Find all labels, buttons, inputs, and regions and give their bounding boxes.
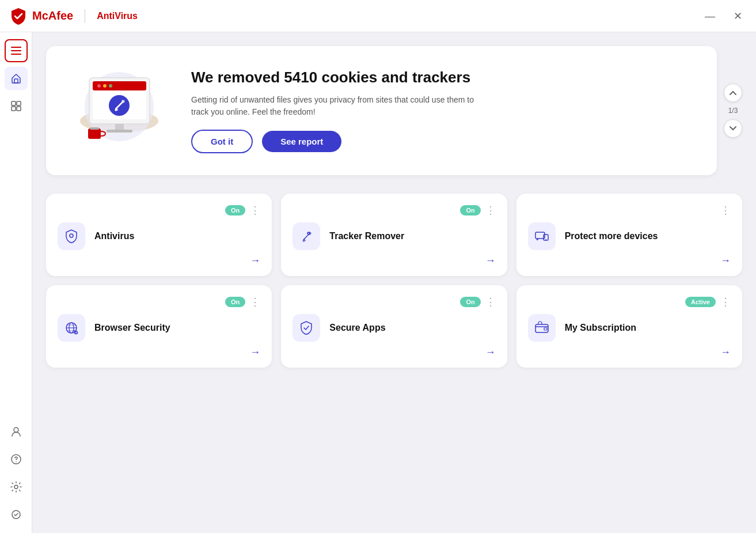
- tracker-remover-arrow[interactable]: →: [292, 250, 495, 267]
- content-area: We removed 5410 cookies and trackers Get…: [32, 32, 756, 533]
- protect-devices-menu-dots[interactable]: ⋮: [720, 205, 731, 216]
- antivirus-icon-wrap: [58, 222, 85, 250]
- my-subscription-card[interactable]: Active ⋮ My Subscription →: [516, 285, 742, 368]
- logo-divider: [85, 9, 85, 23]
- my-subscription-card-body: My Subscription: [528, 314, 731, 342]
- svg-rect-0: [11, 47, 21, 48]
- secure-apps-icon-wrap: [292, 314, 320, 342]
- chevron-down-icon: [730, 126, 736, 131]
- feature-cards-grid: On ⋮ Antivirus → On: [46, 194, 742, 368]
- protect-devices-arrow[interactable]: →: [528, 250, 731, 267]
- banner-navigation: 1/3: [724, 84, 742, 138]
- broom-icon: [298, 228, 314, 244]
- shield-icon: [63, 228, 79, 244]
- browser-security-card[interactable]: On ⋮ Browser Security: [46, 285, 272, 368]
- banner-actions: Got it See report: [191, 130, 694, 153]
- secure-apps-card[interactable]: On ⋮ Secure Apps →: [281, 285, 507, 368]
- menu-icon: [11, 47, 21, 55]
- sidebar-bottom: [5, 420, 28, 526]
- svg-rect-25: [90, 127, 99, 130]
- tracker-remover-label: Tracker Remover: [329, 231, 404, 241]
- devices-icon: [534, 228, 550, 244]
- minimize-button[interactable]: —: [700, 9, 720, 24]
- apps-button[interactable]: [5, 94, 28, 118]
- antivirus-arrow[interactable]: →: [58, 250, 260, 267]
- secure-apps-arrow[interactable]: →: [292, 342, 495, 358]
- user-icon: [10, 426, 22, 437]
- svg-point-18: [97, 84, 101, 88]
- title-bar-right: — ✕: [700, 9, 747, 24]
- browser-security-status-badge: On: [225, 297, 245, 307]
- user-button[interactable]: [5, 420, 28, 443]
- svg-point-19: [103, 84, 107, 88]
- tracker-remover-card-body: Tracker Remover: [292, 222, 495, 250]
- secure-apps-card-body: Secure Apps: [292, 314, 495, 342]
- got-it-button[interactable]: Got it: [191, 130, 253, 153]
- shield-check-icon: [298, 320, 314, 336]
- antivirus-card-body: Antivirus: [58, 222, 260, 250]
- see-report-button[interactable]: See report: [262, 131, 341, 152]
- help-button[interactable]: [5, 448, 28, 471]
- scan-button[interactable]: [5, 503, 28, 526]
- antivirus-card[interactable]: On ⋮ Antivirus →: [46, 194, 272, 276]
- help-icon: [10, 453, 22, 465]
- my-subscription-status-badge: Active: [685, 297, 716, 307]
- product-name: AntiVirus: [97, 11, 138, 21]
- nav-up-button[interactable]: [724, 84, 742, 102]
- svg-rect-5: [17, 101, 21, 105]
- svg-rect-1: [11, 50, 21, 51]
- wallet-icon: [534, 320, 550, 336]
- svg-point-30: [545, 239, 546, 240]
- antivirus-label: Antivirus: [94, 231, 134, 241]
- mcafee-shield-icon: [9, 7, 28, 25]
- banner-description: Getting rid of unwanted files gives you …: [191, 94, 479, 118]
- my-subscription-arrow[interactable]: →: [528, 342, 731, 358]
- mcafee-logo-text: McAfee: [32, 9, 73, 22]
- home-icon: [10, 73, 22, 84]
- secure-apps-status-badge: On: [460, 297, 480, 307]
- my-subscription-menu-dots[interactable]: ⋮: [720, 297, 731, 307]
- svg-point-20: [109, 84, 112, 88]
- sidebar: [0, 32, 32, 533]
- scan-icon: [10, 509, 22, 520]
- title-bar: McAfee AntiVirus — ✕: [0, 0, 756, 32]
- tracker-remover-card-top: On ⋮: [292, 205, 495, 216]
- browser-security-icon: [63, 320, 79, 336]
- tracker-remover-menu-dots[interactable]: ⋮: [485, 205, 496, 216]
- antivirus-status-badge: On: [225, 205, 245, 216]
- page-indicator: 1/3: [728, 107, 738, 115]
- protect-devices-label: Protect more devices: [565, 231, 658, 241]
- chevron-up-icon: [730, 90, 736, 95]
- browser-security-card-top: On ⋮: [58, 297, 260, 307]
- svg-rect-35: [544, 328, 547, 330]
- antivirus-menu-dots[interactable]: ⋮: [250, 205, 260, 216]
- home-button[interactable]: [5, 67, 28, 90]
- tracker-remover-card[interactable]: On ⋮ Tracker Remover →: [281, 194, 507, 276]
- secure-apps-menu-dots[interactable]: ⋮: [485, 297, 496, 307]
- nav-down-button[interactable]: [724, 119, 742, 138]
- settings-icon: [10, 481, 22, 493]
- my-subscription-icon-wrap: [528, 314, 556, 342]
- browser-security-arrow[interactable]: →: [58, 342, 260, 358]
- mcafee-logo: McAfee: [9, 7, 73, 25]
- tracker-remover-icon-wrap: [292, 222, 320, 250]
- browser-security-card-body: Browser Security: [58, 314, 260, 342]
- cookies-illustration: [72, 66, 170, 156]
- my-subscription-label: My Subscription: [565, 323, 636, 333]
- menu-toggle-button[interactable]: [5, 39, 28, 62]
- protect-devices-card-top: ⋮: [528, 205, 731, 216]
- my-subscription-card-top: Active ⋮: [528, 297, 731, 307]
- banner-illustration: [69, 65, 173, 157]
- close-button[interactable]: ✕: [729, 9, 747, 24]
- browser-security-icon-wrap: [58, 314, 85, 342]
- settings-button[interactable]: [5, 475, 28, 498]
- title-bar-left: McAfee AntiVirus: [9, 7, 138, 25]
- svg-point-8: [14, 428, 18, 432]
- svg-rect-4: [12, 101, 16, 105]
- secure-apps-label: Secure Apps: [329, 323, 385, 333]
- protect-devices-card[interactable]: ⋮ Protect more devices →: [516, 194, 742, 276]
- banner-wrapper: We removed 5410 cookies and trackers Get…: [46, 46, 742, 175]
- browser-security-menu-dots[interactable]: ⋮: [250, 297, 260, 307]
- svg-rect-23: [107, 130, 132, 133]
- banner-content: We removed 5410 cookies and trackers Get…: [191, 68, 694, 154]
